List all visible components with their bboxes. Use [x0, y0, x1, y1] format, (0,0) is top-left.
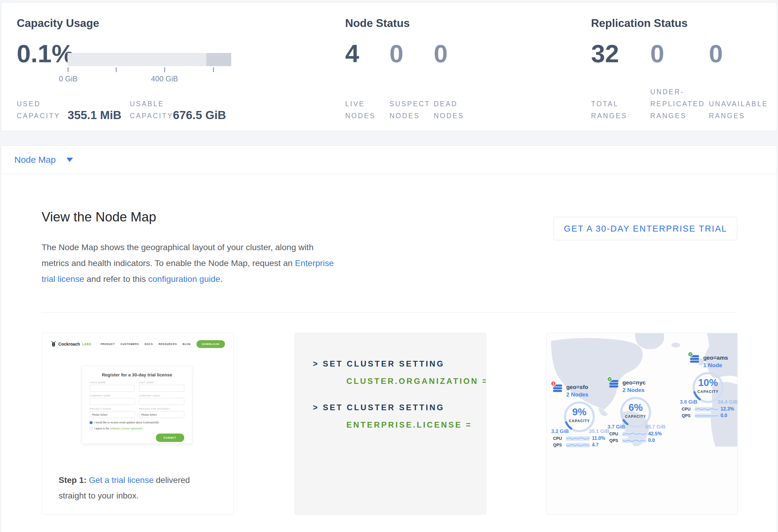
sql-line-1: > SET CLUSTER SETTING [313, 359, 445, 369]
database-icon: ✓ [690, 355, 700, 364]
checkbox-label: I would like to receive email updates ab… [94, 421, 159, 424]
project-phase-select: Please Select [90, 411, 135, 418]
dead-nodes-value: 0 [434, 41, 448, 66]
capacity-tick [68, 67, 69, 72]
sql-commands-graphic: > SET CLUSTER SETTING CLUSTER.ORGANIZATI… [295, 333, 486, 514]
cpu-value: 11.0% [592, 436, 605, 441]
node-map-preview: 1 geo=sfo 2 Nodes 9% CAPACITY [546, 333, 737, 514]
locality-marker-sfo: 1 geo=sfo 2 Nodes 9% CAPACITY [553, 384, 610, 448]
step-3-caption: Step 3: Follow this guide to configure l… [546, 514, 737, 515]
locality-marker-nyc: ✓ geo=nyc 2 Nodes 6% CAPACITY [609, 379, 666, 443]
replication-status-title: Replication Status [591, 17, 688, 29]
cpu-sparkline [695, 407, 718, 411]
field-label: PROJECT PHASE [90, 407, 135, 410]
under-replicated-ranges-label: UNDER- REPLICATED RANGES [650, 86, 705, 122]
capacity-gauge: 9% CAPACITY 3.2 GiB 35.1 GiB [553, 400, 606, 435]
checkbox-label: I agree to the Software License Agreemen… [94, 427, 143, 430]
qps-label: QPS [682, 413, 692, 418]
sql-line-4: ENTERPRISE.LICENSE = [346, 421, 472, 430]
qps-value: 0.0 [648, 438, 655, 443]
trial-license-screenshot: Cockroach LABS PRODUCT CUSTOMERS DOCS RE… [43, 333, 233, 447]
dead-nodes-label: DEADNODES [434, 98, 464, 122]
used-capacity-label: USED CAPACITY [17, 98, 60, 122]
capacity-total: 35.1 GiB [589, 429, 609, 435]
form-title: Register for a 30-day trial license [90, 372, 184, 377]
capacity-total: 65.7 GiB [645, 424, 666, 430]
database-icon: 1 [553, 384, 563, 393]
locality-name: geo=ams [703, 355, 728, 361]
qps-sparkline [695, 413, 718, 418]
field-label: COMPANY EMAIL [139, 394, 184, 397]
capacity-bar [68, 53, 231, 66]
qps-label: QPS [553, 443, 564, 447]
last-name-field [139, 385, 184, 392]
nav-blog: BLOG [182, 343, 191, 346]
capacity-label: CAPACITY [682, 390, 734, 394]
used-capacity-value: 355.1 MiB [68, 108, 122, 122]
get-trial-license-link[interactable]: Get a trial license [89, 475, 153, 485]
company-name-field [90, 398, 135, 405]
configuration-guide-link[interactable]: configuration guide [148, 274, 220, 284]
node-map-dropdown[interactable]: Node Map [14, 155, 56, 165]
section-divider [42, 312, 737, 313]
qps-sparkline [622, 438, 646, 443]
locality-name: geo=sfo [566, 384, 589, 390]
get-enterprise-trial-button[interactable]: GET A 30-DAY ENTERPRISE TRIAL [554, 217, 737, 240]
intro-text: . [220, 274, 223, 284]
sql-line-3: > SET CLUSTER SETTING [313, 403, 445, 412]
suspect-nodes-value: 0 [389, 41, 403, 66]
step-3-card: 1 geo=sfo 2 Nodes 9% CAPACITY [546, 333, 737, 515]
company-email-field [139, 398, 184, 405]
live-nodes-value: 4 [345, 41, 359, 66]
qps-sparkline [566, 443, 590, 447]
total-ranges-value: 32 [591, 41, 619, 66]
nav-customers: CUSTOMERS [121, 343, 139, 346]
step-1-caption: Step 1: Get a trial license delivered st… [43, 447, 233, 504]
capacity-total: 34.4 GiB [718, 399, 737, 405]
capacity-used: 3.6 GiB [680, 399, 698, 405]
email-updates-checkbox [90, 421, 92, 424]
usable-capacity-value: 676.5 GiB [173, 108, 226, 122]
cpu-sparkline [622, 432, 646, 436]
view-selector-bar: Node Map [1, 145, 777, 174]
locality-node-count: 2 Nodes [566, 391, 589, 398]
unavailable-ranges-value: 0 [709, 41, 723, 66]
node-map-promo-panel: View the Node Map The Node Map shows the… [1, 174, 777, 532]
total-ranges-label: TOTALRANGES [591, 98, 627, 122]
chevron-down-icon[interactable] [66, 158, 73, 162]
locality-marker-ams: ✓ geo=ams 1 Node 10% CAPACITY [682, 355, 734, 418]
cpu-value: 12.3% [720, 406, 734, 412]
field-label: REASON FOR INTEREST [139, 407, 184, 410]
live-nodes-label: LIVENODES [345, 98, 376, 122]
capacity-percent: 9% [553, 406, 606, 418]
intro-paragraph: The Node Map shows the geographical layo… [42, 239, 341, 287]
capacity-tick-label-0: 0 GiB [59, 75, 78, 83]
healthy-badge-icon: ✓ [688, 352, 693, 357]
capacity-tick [213, 67, 214, 72]
capacity-bar-other-segment [207, 53, 231, 66]
intro-text: and refer to this [84, 274, 148, 284]
field-label: COMPANY NAME [90, 394, 135, 397]
capacity-used-percent: 0.1% [17, 41, 74, 66]
suspect-nodes-label: SUSPECTNODES [389, 98, 431, 122]
capacity-tick [164, 67, 165, 72]
capacity-label: CAPACITY [609, 414, 662, 419]
cockroach-logo-icon [51, 340, 56, 348]
qps-value: 4.7 [592, 442, 599, 448]
capacity-percent: 10% [682, 377, 734, 388]
cpu-sparkline [566, 436, 590, 441]
capacity-gauge: 10% CAPACITY 3.6 GiB 34.4 GiB [682, 371, 734, 405]
cockroach-labs-logo: Cockroach LABS [51, 340, 91, 348]
capacity-label: CAPACITY [553, 419, 606, 423]
locality-node-count: 2 Nodes [622, 387, 646, 393]
capacity-percent: 6% [609, 402, 662, 413]
trial-registration-form: Register for a 30-day trial license FIRS… [82, 366, 192, 444]
step-1-card: Cockroach LABS PRODUCT CUSTOMERS DOCS RE… [42, 333, 234, 515]
capacity-used: 3.2 GiB [551, 429, 569, 435]
page-title: View the Node Map [42, 210, 156, 224]
qps-label: QPS [609, 438, 620, 443]
capacity-used: 3.7 GiB [608, 424, 625, 430]
usable-capacity-label: USABLE CAPACITY [130, 98, 173, 122]
healthy-badge-icon: ✓ [607, 376, 612, 382]
locality-name: geo=nyc [622, 379, 646, 386]
